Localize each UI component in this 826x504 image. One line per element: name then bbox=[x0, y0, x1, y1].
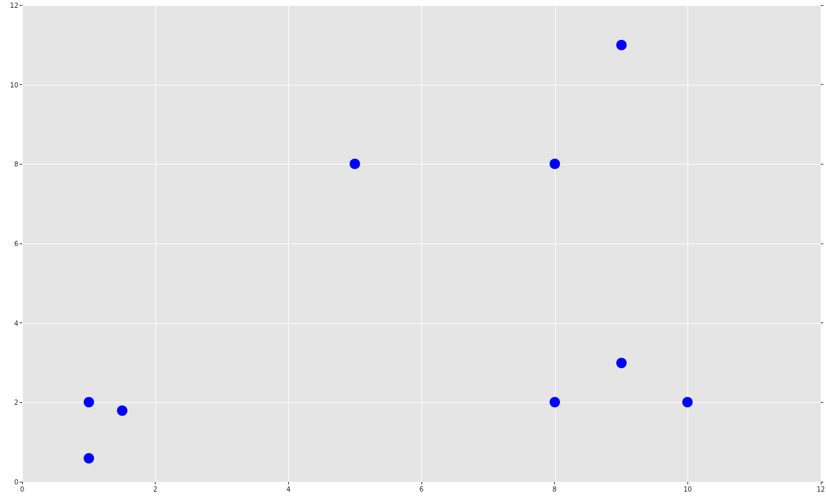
y-tick-mark bbox=[20, 323, 22, 323]
x-tick-mark bbox=[155, 482, 156, 484]
scatter-point bbox=[550, 159, 560, 169]
y-tick-label: 8 bbox=[14, 161, 18, 168]
y-tick-label: 12 bbox=[10, 2, 18, 9]
y-tick-mark-right bbox=[821, 5, 823, 6]
scatter-point bbox=[550, 397, 560, 407]
y-tick-label: 0 bbox=[14, 479, 18, 486]
scatter-point bbox=[117, 405, 127, 416]
gridline-horizontal bbox=[22, 5, 821, 6]
chart-figure: 0 2 4 6 8 10 12 0 2 4 6 8 10 12 bbox=[0, 0, 826, 504]
scatter-point bbox=[616, 40, 627, 50]
x-tick-label: 8 bbox=[552, 486, 556, 493]
x-tick-label: 4 bbox=[286, 486, 290, 493]
y-tick-label: 10 bbox=[10, 81, 18, 88]
scatter-point bbox=[84, 453, 94, 464]
y-tick-label: 6 bbox=[14, 240, 18, 247]
y-tick-mark bbox=[20, 402, 22, 403]
x-tick-label: 2 bbox=[153, 486, 157, 493]
y-tick-mark bbox=[20, 482, 22, 482]
y-tick-mark-right bbox=[821, 482, 823, 482]
y-tick-mark bbox=[20, 164, 22, 165]
y-tick-mark-right bbox=[821, 323, 823, 323]
y-tick-mark bbox=[20, 5, 22, 6]
x-tick-mark bbox=[22, 482, 23, 484]
x-tick-mark bbox=[821, 482, 821, 484]
x-tick-mark bbox=[687, 482, 688, 484]
x-tick-mark bbox=[288, 482, 289, 484]
scatter-point bbox=[84, 397, 94, 407]
x-tick-label: 10 bbox=[684, 486, 692, 493]
y-tick-mark-right bbox=[821, 402, 823, 403]
gridline-horizontal bbox=[22, 164, 821, 165]
gridline-horizontal bbox=[22, 85, 821, 86]
x-tick-label: 6 bbox=[420, 486, 423, 493]
scatter-point bbox=[682, 397, 693, 407]
y-tick-mark-right bbox=[821, 164, 823, 165]
gridline-horizontal bbox=[22, 244, 821, 244]
y-tick-mark-right bbox=[821, 84, 823, 85]
x-tick-label: 0 bbox=[20, 486, 24, 493]
scatter-point bbox=[616, 358, 627, 368]
gridline-horizontal bbox=[22, 402, 821, 403]
y-tick-mark-right bbox=[821, 244, 823, 244]
plot-area bbox=[22, 5, 821, 482]
x-tick-mark bbox=[554, 482, 555, 484]
x-tick-mark bbox=[421, 482, 422, 484]
x-tick-label: 12 bbox=[817, 486, 825, 493]
y-tick-mark bbox=[20, 244, 22, 244]
y-tick-label: 4 bbox=[14, 319, 18, 326]
gridline-horizontal bbox=[22, 323, 821, 324]
y-tick-label: 2 bbox=[14, 399, 18, 406]
scatter-point bbox=[350, 159, 360, 169]
y-tick-mark bbox=[20, 84, 22, 85]
